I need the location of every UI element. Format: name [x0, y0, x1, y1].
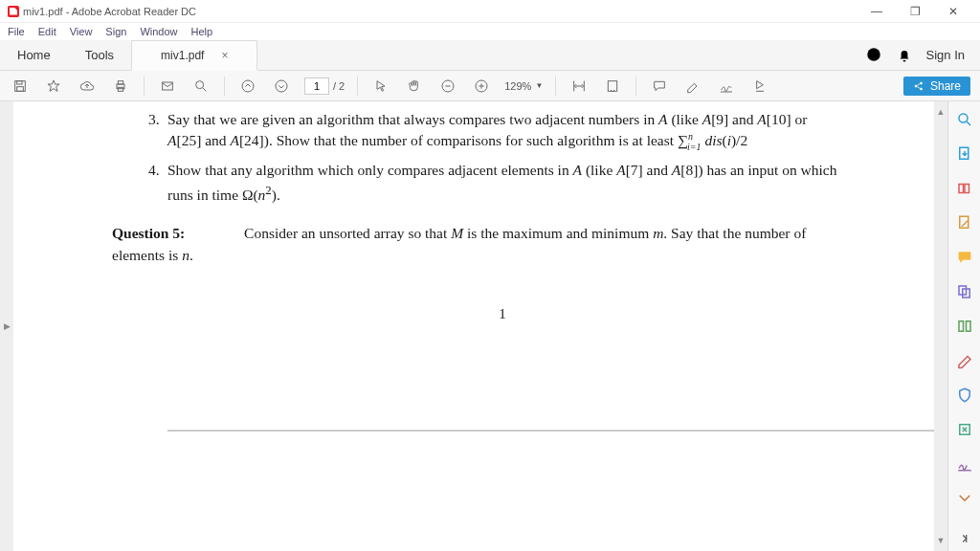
chevron-right-icon: ▶: [4, 321, 11, 331]
maximize-button[interactable]: ❐: [896, 1, 934, 22]
zoom-value: 129%: [504, 80, 531, 92]
organize-pages-icon[interactable]: [956, 318, 973, 335]
fit-page-icon[interactable]: [602, 76, 623, 97]
window-title: miv1.pdf - Adobe Acrobat Reader DC: [23, 6, 196, 17]
current-page-input[interactable]: [304, 77, 329, 95]
page-viewport[interactable]: Say that we are given an algorithm that …: [13, 101, 934, 551]
app-logo-icon: [8, 6, 19, 17]
menu-file[interactable]: File: [8, 26, 25, 37]
svg-point-17: [920, 88, 922, 90]
page-number: 1: [167, 304, 837, 325]
svg-point-11: [276, 80, 287, 92]
help-icon[interactable]: [865, 46, 882, 63]
window-titlebar: miv1.pdf - Adobe Acrobat Reader DC — ❐ ✕: [0, 0, 980, 23]
selection-tool-icon[interactable]: [370, 76, 391, 97]
fill-sign-icon[interactable]: [956, 455, 973, 473]
page-indicator: / 2: [304, 77, 345, 95]
zoom-in-icon[interactable]: [471, 76, 492, 97]
upload-cloud-icon[interactable]: [77, 76, 98, 97]
tab-document-label: miv1.pdf: [161, 49, 204, 62]
tab-bar: Home Tools miv1.pdf × Sign In: [0, 40, 980, 71]
comment-icon[interactable]: [649, 76, 670, 97]
compress-pdf-icon[interactable]: [956, 421, 973, 438]
scroll-down-icon[interactable]: ▼: [937, 536, 946, 545]
minimize-button[interactable]: —: [858, 1, 896, 22]
page-down-icon[interactable]: [271, 76, 292, 97]
tab-document[interactable]: miv1.pdf ×: [131, 40, 257, 71]
collapse-panel-icon[interactable]: [956, 530, 973, 547]
print-icon[interactable]: [110, 76, 131, 97]
share-label: Share: [930, 79, 961, 93]
close-window-button[interactable]: ✕: [934, 1, 972, 22]
export-pdf-icon[interactable]: [956, 145, 973, 163]
svg-point-9: [196, 80, 204, 88]
svg-rect-21: [965, 185, 969, 193]
save-icon[interactable]: [10, 76, 31, 97]
page-up-icon[interactable]: [237, 76, 258, 97]
menu-view[interactable]: View: [70, 26, 93, 37]
question-5-label: Question 5:: [112, 225, 185, 241]
tab-close-icon[interactable]: ×: [221, 49, 228, 62]
tab-tools[interactable]: Tools: [68, 39, 131, 70]
protect-icon[interactable]: [956, 386, 973, 404]
svg-point-10: [242, 80, 254, 92]
share-button[interactable]: Share: [903, 77, 970, 96]
search-icon[interactable]: [190, 76, 212, 97]
zoom-level[interactable]: 129%▼: [504, 80, 543, 92]
sign-in-button[interactable]: Sign In: [926, 48, 965, 62]
fit-width-icon[interactable]: [568, 76, 590, 97]
svg-rect-3: [17, 80, 22, 83]
svg-rect-4: [17, 86, 24, 91]
left-panel-toggle[interactable]: ▶: [0, 101, 13, 551]
more-tools-icon[interactable]: [749, 76, 770, 97]
menu-help[interactable]: Help: [191, 26, 213, 37]
list-item-3: Say that we are given an algorithm that …: [167, 109, 837, 154]
edit-pdf-icon[interactable]: [956, 214, 973, 231]
zoom-out-icon[interactable]: [437, 76, 458, 97]
scroll-up-icon[interactable]: ▲: [937, 107, 946, 117]
vertical-scrollbar[interactable]: ▲ ▼: [934, 101, 947, 551]
main-toolbar: / 2 129%▼ Share: [0, 71, 980, 101]
notifications-icon[interactable]: [896, 46, 913, 63]
email-icon[interactable]: [157, 76, 178, 97]
menu-sign[interactable]: Sign: [105, 26, 126, 37]
svg-rect-26: [966, 321, 970, 332]
create-pdf-icon[interactable]: [956, 180, 973, 197]
question-5: Question 5: Consider an unsorted array s…: [112, 223, 837, 266]
svg-rect-7: [118, 87, 122, 91]
menu-window[interactable]: Window: [140, 26, 177, 37]
pdf-page: Say that we are given an algorithm that …: [53, 101, 895, 451]
redact-icon[interactable]: [956, 352, 973, 369]
share-icon: [913, 80, 924, 92]
search-panel-icon[interactable]: [956, 111, 973, 128]
menu-bar: File Edit View Sign Window Help: [0, 23, 980, 40]
svg-point-18: [959, 114, 968, 122]
highlight-icon[interactable]: [682, 76, 703, 97]
svg-rect-20: [959, 185, 964, 193]
tab-home[interactable]: Home: [0, 39, 68, 70]
signature-icon[interactable]: [716, 76, 737, 97]
svg-rect-14: [609, 80, 617, 91]
page-divider: [167, 430, 934, 431]
combine-files-icon[interactable]: [956, 283, 973, 300]
document-area: ▶ Say that we are given an algorithm tha…: [0, 101, 980, 551]
svg-rect-6: [118, 80, 122, 83]
svg-point-15: [915, 85, 917, 87]
svg-rect-25: [959, 321, 964, 332]
svg-point-16: [920, 82, 922, 84]
hand-tool-icon[interactable]: [404, 76, 425, 97]
svg-point-1: [873, 57, 874, 58]
menu-edit[interactable]: Edit: [38, 26, 56, 37]
right-tools-panel: [947, 101, 980, 551]
comment-panel-icon[interactable]: [956, 249, 973, 266]
more-tools-panel-icon[interactable]: [956, 490, 973, 507]
star-icon[interactable]: [43, 76, 64, 97]
svg-rect-8: [163, 82, 173, 90]
total-pages-label: / 2: [333, 80, 345, 92]
list-item-4: Show that any algorithm which only compa…: [167, 160, 837, 206]
